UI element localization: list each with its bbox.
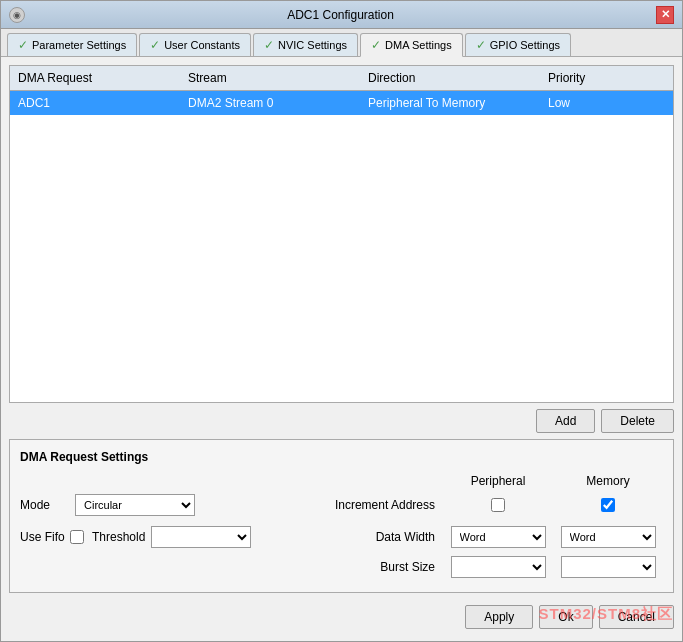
tab-check-parameter: ✓	[18, 38, 28, 52]
burst-size-row: Burst Size	[20, 556, 663, 578]
fifo-row: Use Fifo Threshold Data Width Word Byte …	[20, 526, 663, 548]
peripheral-data-width-cell: Word Byte Half Word	[443, 526, 553, 548]
dma-table: DMA Request Stream Direction Priority AD…	[9, 65, 674, 403]
memory-burst-cell	[553, 556, 663, 578]
col-direction: Direction	[364, 69, 544, 87]
memory-data-width-select[interactable]: Word Byte Half Word	[561, 526, 656, 548]
use-fifo-checkbox[interactable]	[70, 530, 84, 544]
memory-burst-select[interactable]	[561, 556, 656, 578]
memory-inc-checkbox-cell	[553, 498, 663, 512]
tab-check-gpio: ✓	[476, 38, 486, 52]
peripheral-increment-checkbox[interactable]	[491, 498, 505, 512]
peripheral-col-header: Peripheral	[443, 474, 553, 488]
col-priority: Priority	[544, 69, 644, 87]
cell-direction: Peripheral To Memory	[364, 94, 544, 112]
ok-button[interactable]: Ok	[539, 605, 592, 629]
tab-parameter[interactable]: ✓ Parameter Settings	[7, 33, 137, 56]
burst-size-label: Burst Size	[380, 560, 435, 574]
increment-address-label: Increment Address	[335, 498, 435, 512]
dma-settings-box: DMA Request Settings Peripheral Memory M…	[9, 439, 674, 593]
tab-gpio-label: GPIO Settings	[490, 39, 560, 51]
apply-button[interactable]: Apply	[465, 605, 533, 629]
col-stream: Stream	[184, 69, 364, 87]
cell-stream: DMA2 Stream 0	[184, 94, 364, 112]
threshold-label: Threshold	[92, 530, 145, 544]
table-button-row: Add Delete	[9, 409, 674, 433]
memory-col-header: Memory	[553, 474, 663, 488]
tab-check-user: ✓	[150, 38, 160, 52]
tab-parameter-label: Parameter Settings	[32, 39, 126, 51]
add-button[interactable]: Add	[536, 409, 595, 433]
threshold-select[interactable]	[151, 526, 251, 548]
delete-button[interactable]: Delete	[601, 409, 674, 433]
col-dma-request: DMA Request	[14, 69, 184, 87]
window-title: ADC1 Configuration	[25, 8, 656, 22]
cancel-button[interactable]: Cancel	[599, 605, 674, 629]
main-window: ◉ ADC1 Configuration ✕ ✓ Parameter Setti…	[0, 0, 683, 642]
col-headers-spacer	[20, 474, 443, 488]
column-headers: Peripheral Memory	[20, 474, 663, 488]
peripheral-data-width-select[interactable]: Word Byte Half Word	[451, 526, 546, 548]
title-bar: ◉ ADC1 Configuration ✕	[1, 1, 682, 29]
peripheral-burst-select[interactable]	[451, 556, 546, 578]
memory-increment-checkbox[interactable]	[601, 498, 615, 512]
settings-title: DMA Request Settings	[20, 450, 663, 464]
tab-user-constants-label: User Constants	[164, 39, 240, 51]
mode-select[interactable]: Circular Normal	[75, 494, 195, 516]
tab-nvic-label: NVIC Settings	[278, 39, 347, 51]
peripheral-inc-checkbox-cell	[443, 498, 553, 512]
bottom-button-row: Apply Ok Cancel	[9, 601, 674, 633]
cell-dma-request: ADC1	[14, 94, 184, 112]
cell-priority: Low	[544, 94, 644, 112]
tab-check-nvic: ✓	[264, 38, 274, 52]
peripheral-burst-cell	[443, 556, 553, 578]
mode-row: Mode Circular Normal Increment Address	[20, 494, 663, 516]
tab-nvic[interactable]: ✓ NVIC Settings	[253, 33, 358, 56]
data-width-label: Data Width	[376, 530, 435, 544]
tab-dma-label: DMA Settings	[385, 39, 452, 51]
content-area: DMA Request Stream Direction Priority AD…	[1, 57, 682, 641]
tab-check-dma: ✓	[371, 38, 381, 52]
mode-label: Mode	[20, 498, 75, 512]
table-row[interactable]: ADC1 DMA2 Stream 0 Peripheral To Memory …	[10, 91, 673, 115]
table-header-row: DMA Request Stream Direction Priority	[10, 66, 673, 91]
tab-bar: ✓ Parameter Settings ✓ User Constants ✓ …	[1, 29, 682, 57]
tab-gpio[interactable]: ✓ GPIO Settings	[465, 33, 571, 56]
tab-dma[interactable]: ✓ DMA Settings	[360, 33, 463, 57]
memory-data-width-cell: Word Byte Half Word	[553, 526, 663, 548]
tab-user-constants[interactable]: ✓ User Constants	[139, 33, 251, 56]
use-fifo-label: Use Fifo	[20, 530, 70, 544]
close-button[interactable]: ✕	[656, 6, 674, 24]
window-icon: ◉	[9, 7, 25, 23]
